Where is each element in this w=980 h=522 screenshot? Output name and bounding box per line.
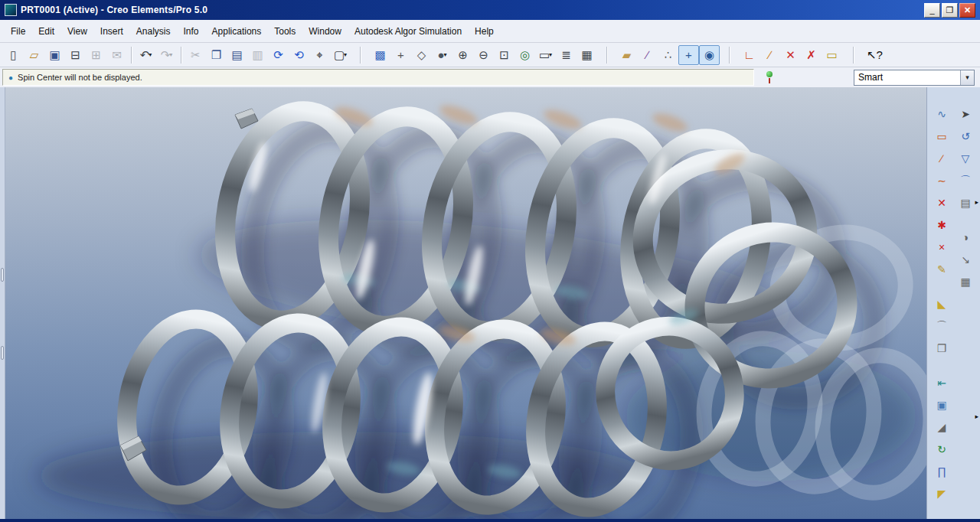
update-model-icon[interactable]: ↺ [956, 126, 975, 145]
menu-item-file[interactable]: File [5, 23, 31, 40]
context-help-icon[interactable]: ↖? [864, 45, 885, 65]
menu-item-tools[interactable]: Tools [268, 23, 302, 40]
select-tool-icon[interactable]: ➤ [956, 104, 975, 123]
menu-item-insert[interactable]: Insert [94, 23, 129, 40]
zoom-in-icon[interactable]: ⊕ [452, 45, 473, 65]
view-manager-icon[interactable]: ▦ [577, 45, 597, 65]
combo-dropdown-icon[interactable]: ▾ [960, 70, 974, 85]
spin-center-toggle-icon[interactable]: + [390, 45, 411, 65]
save-file-icon[interactable]: ▣ [44, 45, 65, 65]
find-icon[interactable]: ⌖ [309, 45, 330, 65]
datum-axis-icon[interactable]: ∕ [932, 148, 952, 168]
datum-plane-icon[interactable]: ▭ [932, 126, 952, 145]
view-group: ▩+◇●▾ [370, 45, 452, 65]
menu-item-autodesk-algor-simulation[interactable]: Autodesk Algor Simulation [348, 23, 468, 40]
maximize-button[interactable]: ❐ [942, 3, 958, 18]
sketch-tool-icon[interactable]: ✎ [932, 259, 952, 279]
selection-buffer-icon[interactable]: ▢▾ [330, 45, 351, 65]
csys-display-icon[interactable]: + [678, 45, 699, 65]
shade-closed-loops-icon[interactable]: ∟ [739, 45, 760, 65]
boundary-blend-icon[interactable]: ⌒ [956, 171, 975, 190]
paste-icon[interactable]: ▤ [227, 45, 247, 65]
point-display-icon[interactable]: ∴ [658, 45, 678, 65]
field-point-icon[interactable]: ✱ [932, 215, 952, 234]
axis-display-icon[interactable]: ∕ [637, 45, 658, 65]
highlight-open-ends-icon[interactable]: ∕ [760, 45, 780, 65]
revolve-tool-icon[interactable]: ↻ [932, 439, 952, 458]
spin-center-display-icon[interactable]: ◉ [699, 45, 720, 65]
print-icon[interactable]: ⊟ [65, 45, 86, 65]
open-file-icon[interactable]: ▱ [24, 45, 44, 65]
new-file-icon[interactable]: ▯ [3, 45, 24, 65]
draft-tool-icon[interactable]: ◤ [932, 484, 952, 503]
diagnostics-group: ∟∕✕✗▭ [739, 45, 842, 65]
toolbar-spacer [956, 215, 975, 224]
window-bottom-border [0, 519, 980, 522]
named-view-icon[interactable]: ▽ [956, 148, 975, 168]
copy-geometry-icon[interactable]: ❐ [932, 338, 952, 357]
feature-toolbar-col1: ∿▭∕∼✕✱×✎◣⌒❐⇤▣◢↻∏◤ [932, 104, 952, 519]
flyout-arrow-icon[interactable]: ▸ [975, 198, 978, 206]
menu-item-info[interactable]: Info [178, 23, 205, 40]
refit-icon[interactable]: ⊡ [494, 45, 514, 65]
regenerate-group: ⟳⟲ [268, 45, 309, 65]
menu-item-edit[interactable]: Edit [32, 23, 60, 40]
main-area: ∿▭∕∼✕✱×✎◣⌒❐⇤▣◢↻∏◤ ➤↺▽⌒▤◑↘▦ ▸ ▸ [0, 87, 980, 519]
zoom-out-icon[interactable]: ⊖ [473, 45, 494, 65]
round-tool-icon[interactable]: ⌒ [932, 316, 952, 335]
redo-icon[interactable]: ↷▾ [156, 45, 177, 65]
3d-viewport[interactable] [5, 87, 926, 519]
menu-item-help[interactable]: Help [469, 23, 500, 40]
sash-grip[interactable] [1, 346, 4, 360]
selection-filter-combo[interactable]: Smart ▾ [854, 70, 975, 86]
sash-grip[interactable] [1, 268, 4, 282]
modify-tool-icon[interactable]: ▣ [932, 395, 952, 414]
browser-sash[interactable] [0, 87, 5, 519]
datum-curve-icon[interactable]: ∼ [932, 171, 952, 190]
flyout-arrow-icon[interactable]: ▸ [975, 413, 978, 420]
title-bar: PRT0001 (Active) - Creo Elements/Pro 5.0… [0, 0, 980, 20]
toolbar-separator [853, 47, 854, 64]
mirror-tool-icon[interactable]: ◑ [956, 227, 975, 246]
send-email-icon[interactable]: ✉ [106, 45, 127, 65]
toolbar-separator [131, 47, 132, 64]
menu-item-analysis[interactable]: Analysis [130, 23, 177, 40]
toolbar-separator [360, 47, 361, 64]
feature-requirements-icon[interactable]: ✗ [801, 45, 822, 65]
layers-icon[interactable]: ≣ [556, 45, 577, 65]
copy-icon[interactable]: ❐ [206, 45, 227, 65]
orient-mode-icon[interactable]: ◇ [411, 45, 432, 65]
display-style-icon[interactable]: ●▾ [432, 45, 452, 65]
datum-point-icon[interactable]: ✕ [932, 193, 952, 212]
find-group: ⌖▢▾ [309, 45, 351, 65]
trim-tool-icon[interactable]: ◢ [932, 417, 952, 436]
saved-views-icon[interactable]: ▭▾ [535, 45, 556, 65]
style-tool-icon[interactable]: ∿ [932, 104, 952, 123]
menu-item-view[interactable]: View [61, 23, 93, 40]
minimize-button[interactable]: _ [924, 3, 940, 18]
menu-item-window[interactable]: Window [302, 23, 348, 40]
toolbar-separator [729, 47, 730, 64]
regenerate-icon[interactable]: ⟳ [268, 45, 289, 65]
reorient-view-icon[interactable]: ◎ [514, 45, 535, 65]
extrude-tool-icon[interactable]: ∏ [932, 462, 952, 481]
toolbar-separator [606, 47, 607, 64]
overlapping-geometry-icon[interactable]: ✕ [780, 45, 801, 65]
main-toolbar: ▯▱▣⊟⊞✉ ↶▾↷▾ ✂❐▤▥ ⟳⟲ ⌖▢▾ ▩+◇●▾ ⊕⊖⊡◎▭▾≣▦ ▰… [0, 43, 980, 67]
cut-icon[interactable]: ✂ [185, 45, 206, 65]
chamfer-tool-icon[interactable]: ◣ [932, 294, 952, 313]
designate-area-icon[interactable]: ▭ [822, 45, 842, 65]
close-button[interactable]: ✕ [959, 3, 975, 18]
plane-display-icon[interactable]: ▰ [616, 45, 637, 65]
project-tool-icon[interactable]: ↘ [956, 250, 975, 269]
paste-special-icon[interactable]: ▥ [247, 45, 268, 65]
coordinate-system-icon[interactable]: × [932, 237, 952, 256]
undo-icon[interactable]: ↶▾ [136, 45, 156, 65]
custom-regenerate-icon[interactable]: ⟲ [289, 45, 309, 65]
print-preview-icon[interactable]: ⊞ [86, 45, 106, 65]
annotation-tool-icon[interactable]: ▤ [956, 193, 975, 212]
dimension-tool-icon[interactable]: ⇤ [932, 373, 952, 392]
repaint-icon[interactable]: ▩ [370, 45, 390, 65]
menu-item-applications[interactable]: Applications [206, 23, 268, 40]
pattern-table-icon[interactable]: ▦ [956, 272, 975, 291]
